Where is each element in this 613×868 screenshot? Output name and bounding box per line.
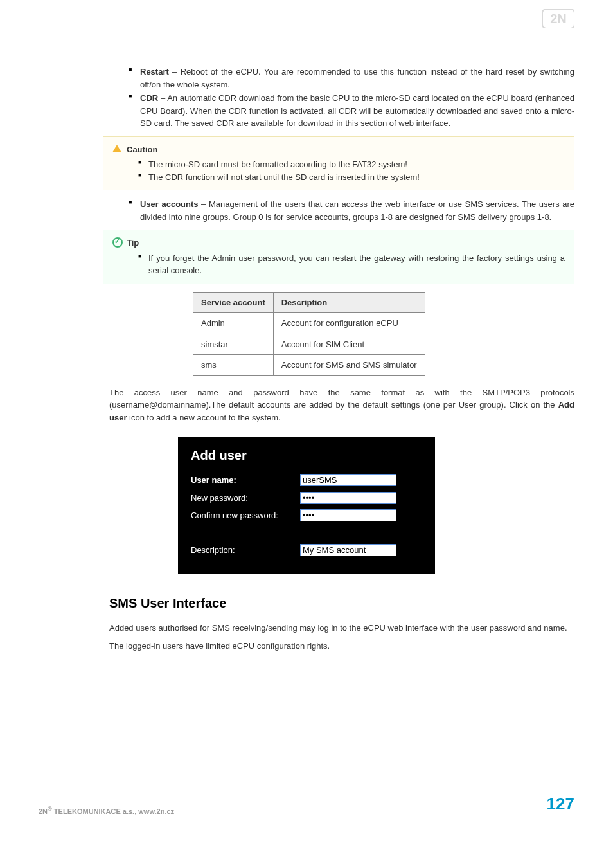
paragraph-access: The access user name and password have t… <box>109 386 574 424</box>
newpass-label: New password: <box>191 492 300 505</box>
table-row: Admin Account for configuration eCPU <box>193 313 425 334</box>
tip-callout: Tip If you forget the Admin user passwor… <box>103 230 574 284</box>
bullet-restart-text: – Reboot of the eCPU. You are recommende… <box>140 67 574 89</box>
tip-list: If you forget the Admin user password, y… <box>112 252 565 277</box>
td-account: Admin <box>193 313 274 334</box>
caution-list: The micro-SD card must be formatted acco… <box>112 158 565 183</box>
bullet-user-accounts-title: User accounts <box>140 199 199 209</box>
td-desc: Account for SMS and SMS simulator <box>273 355 425 376</box>
footer-reg: ® <box>48 806 52 812</box>
td-account: simstar <box>193 334 274 355</box>
description-input[interactable] <box>300 544 396 556</box>
bullet-restart: Restart – Reboot of the eCPU. You are re… <box>129 66 574 91</box>
footer-brand: 2N <box>39 808 48 815</box>
td-account: sms <box>193 355 274 376</box>
tip-title: Tip <box>112 237 565 249</box>
page-footer: 2N® TELEKOMUNIKACE a.s., www.2n.cz 127 <box>39 786 574 817</box>
svg-text:2N: 2N <box>550 12 567 26</box>
username-input[interactable] <box>300 474 396 486</box>
td-desc: Account for configuration eCPU <box>273 313 425 334</box>
bullet-restart-title: Restart <box>140 67 169 77</box>
caution-title: Caution <box>112 143 565 156</box>
header-rule: 2N <box>39 13 574 33</box>
table-row: sms Account for SMS and SMS simulator <box>193 355 425 376</box>
bullet-cdr-title: CDR <box>140 93 158 103</box>
para1-a: The access user name and password have t… <box>109 388 574 410</box>
caution-item-1: The micro-SD card must be formatted acco… <box>138 158 565 171</box>
th-description: Description <box>273 292 425 313</box>
paragraph-sms1: Added users authorised for SMS receiving… <box>109 622 574 635</box>
paragraph-sms2: The logged-in users have limited eCPU co… <box>109 640 574 653</box>
confirm-label: Confirm new password: <box>191 509 300 522</box>
add-user-dialog: Add user User name: New password: Confir… <box>178 437 435 574</box>
sms-ui-heading: SMS User Interface <box>109 593 574 613</box>
main-bullet-list: Restart – Reboot of the eCPU. You are re… <box>109 66 574 130</box>
add-user-heading: Add user <box>191 446 422 465</box>
username-label: User name: <box>191 474 300 487</box>
footer-company-text: TELEKOMUNIKACE a.s., www.2n.cz <box>52 808 174 815</box>
newpass-input[interactable] <box>300 492 396 504</box>
footer-company: 2N® TELEKOMUNIKACE a.s., www.2n.cz <box>39 805 174 817</box>
confirm-input[interactable] <box>300 509 396 521</box>
th-service-account: Service account <box>193 292 274 313</box>
brand-logo: 2N <box>542 9 574 32</box>
description-label: Description: <box>191 544 300 557</box>
bullet-user-accounts-text: – Management of the users that can acces… <box>140 199 574 222</box>
table-header-row: Service account Description <box>193 292 425 313</box>
tip-item-1: If you forget the Admin user password, y… <box>138 252 565 277</box>
td-desc: Account for SIM Client <box>273 334 425 355</box>
para1-b: icon to add a new account to the system. <box>127 413 280 422</box>
bullet-user-accounts: User accounts – Management of the users … <box>129 198 574 223</box>
caution-callout: Caution The micro-SD card must be format… <box>103 136 574 191</box>
bullet-cdr-text: – An automatic CDR download from the bas… <box>140 93 574 128</box>
table-row: simstar Account for SIM Client <box>193 334 425 355</box>
page-number: 127 <box>547 791 574 817</box>
main-bullet-list-2: User accounts – Management of the users … <box>109 198 574 223</box>
bullet-cdr: CDR – An automatic CDR download from the… <box>129 92 574 130</box>
caution-item-2: The CDR function will not start until th… <box>138 171 565 184</box>
service-account-table: Service account Description Admin Accoun… <box>193 292 425 376</box>
